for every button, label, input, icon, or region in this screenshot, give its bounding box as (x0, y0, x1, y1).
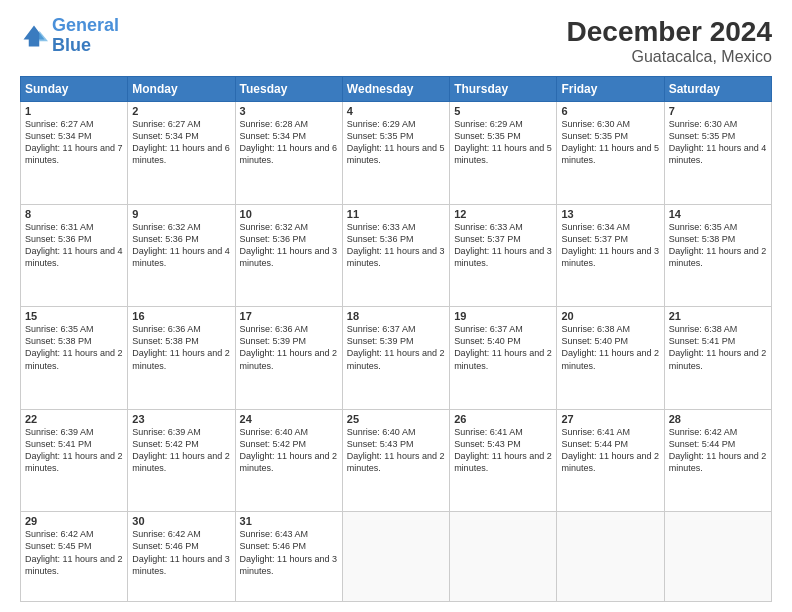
title-block: December 2024 Guatacalca, Mexico (567, 16, 772, 66)
day-number: 13 (561, 208, 659, 220)
header-tuesday: Tuesday (235, 77, 342, 102)
calendar-cell: 2 Sunrise: 6:27 AM Sunset: 5:34 PM Dayli… (128, 102, 235, 205)
calendar-header-row: Sunday Monday Tuesday Wednesday Thursday… (21, 77, 772, 102)
day-number: 22 (25, 413, 123, 425)
day-info: Sunrise: 6:27 AM Sunset: 5:34 PM Dayligh… (132, 118, 230, 167)
calendar-cell: 22 Sunrise: 6:39 AM Sunset: 5:41 PM Dayl… (21, 409, 128, 512)
day-number: 9 (132, 208, 230, 220)
calendar-cell: 16 Sunrise: 6:36 AM Sunset: 5:38 PM Dayl… (128, 307, 235, 410)
day-info: Sunrise: 6:36 AM Sunset: 5:38 PM Dayligh… (132, 323, 230, 372)
day-number: 21 (669, 310, 767, 322)
calendar-cell: 11 Sunrise: 6:33 AM Sunset: 5:36 PM Dayl… (342, 204, 449, 307)
day-number: 4 (347, 105, 445, 117)
calendar-cell: 14 Sunrise: 6:35 AM Sunset: 5:38 PM Dayl… (664, 204, 771, 307)
day-number: 8 (25, 208, 123, 220)
day-info: Sunrise: 6:39 AM Sunset: 5:42 PM Dayligh… (132, 426, 230, 475)
calendar-row: 22 Sunrise: 6:39 AM Sunset: 5:41 PM Dayl… (21, 409, 772, 512)
calendar-cell: 24 Sunrise: 6:40 AM Sunset: 5:42 PM Dayl… (235, 409, 342, 512)
calendar-cell: 1 Sunrise: 6:27 AM Sunset: 5:34 PM Dayli… (21, 102, 128, 205)
calendar-cell: 9 Sunrise: 6:32 AM Sunset: 5:36 PM Dayli… (128, 204, 235, 307)
day-info: Sunrise: 6:32 AM Sunset: 5:36 PM Dayligh… (240, 221, 338, 270)
day-number: 25 (347, 413, 445, 425)
calendar-row: 29 Sunrise: 6:42 AM Sunset: 5:45 PM Dayl… (21, 512, 772, 602)
calendar-cell: 3 Sunrise: 6:28 AM Sunset: 5:34 PM Dayli… (235, 102, 342, 205)
logo-text: General Blue (52, 16, 119, 56)
day-number: 26 (454, 413, 552, 425)
calendar-row: 15 Sunrise: 6:35 AM Sunset: 5:38 PM Dayl… (21, 307, 772, 410)
day-number: 29 (25, 515, 123, 527)
day-info: Sunrise: 6:31 AM Sunset: 5:36 PM Dayligh… (25, 221, 123, 270)
calendar-cell: 21 Sunrise: 6:38 AM Sunset: 5:41 PM Dayl… (664, 307, 771, 410)
calendar-cell: 5 Sunrise: 6:29 AM Sunset: 5:35 PM Dayli… (450, 102, 557, 205)
calendar-cell: 20 Sunrise: 6:38 AM Sunset: 5:40 PM Dayl… (557, 307, 664, 410)
day-info: Sunrise: 6:40 AM Sunset: 5:42 PM Dayligh… (240, 426, 338, 475)
calendar-cell (557, 512, 664, 602)
logo-icon (20, 22, 48, 50)
day-info: Sunrise: 6:29 AM Sunset: 5:35 PM Dayligh… (347, 118, 445, 167)
day-number: 27 (561, 413, 659, 425)
day-info: Sunrise: 6:42 AM Sunset: 5:46 PM Dayligh… (132, 528, 230, 577)
day-info: Sunrise: 6:35 AM Sunset: 5:38 PM Dayligh… (669, 221, 767, 270)
calendar-cell (450, 512, 557, 602)
day-number: 1 (25, 105, 123, 117)
day-info: Sunrise: 6:40 AM Sunset: 5:43 PM Dayligh… (347, 426, 445, 475)
page-subtitle: Guatacalca, Mexico (567, 48, 772, 66)
header-wednesday: Wednesday (342, 77, 449, 102)
day-info: Sunrise: 6:42 AM Sunset: 5:45 PM Dayligh… (25, 528, 123, 577)
day-info: Sunrise: 6:41 AM Sunset: 5:43 PM Dayligh… (454, 426, 552, 475)
day-info: Sunrise: 6:32 AM Sunset: 5:36 PM Dayligh… (132, 221, 230, 270)
header-friday: Friday (557, 77, 664, 102)
calendar-cell: 4 Sunrise: 6:29 AM Sunset: 5:35 PM Dayli… (342, 102, 449, 205)
calendar-cell: 18 Sunrise: 6:37 AM Sunset: 5:39 PM Dayl… (342, 307, 449, 410)
calendar-cell: 30 Sunrise: 6:42 AM Sunset: 5:46 PM Dayl… (128, 512, 235, 602)
day-number: 5 (454, 105, 552, 117)
calendar-cell: 7 Sunrise: 6:30 AM Sunset: 5:35 PM Dayli… (664, 102, 771, 205)
calendar-cell: 31 Sunrise: 6:43 AM Sunset: 5:46 PM Dayl… (235, 512, 342, 602)
calendar-cell: 6 Sunrise: 6:30 AM Sunset: 5:35 PM Dayli… (557, 102, 664, 205)
calendar-row: 1 Sunrise: 6:27 AM Sunset: 5:34 PM Dayli… (21, 102, 772, 205)
calendar-cell: 15 Sunrise: 6:35 AM Sunset: 5:38 PM Dayl… (21, 307, 128, 410)
day-number: 17 (240, 310, 338, 322)
calendar-cell: 12 Sunrise: 6:33 AM Sunset: 5:37 PM Dayl… (450, 204, 557, 307)
day-info: Sunrise: 6:38 AM Sunset: 5:40 PM Dayligh… (561, 323, 659, 372)
header-saturday: Saturday (664, 77, 771, 102)
calendar-cell: 19 Sunrise: 6:37 AM Sunset: 5:40 PM Dayl… (450, 307, 557, 410)
header: General Blue December 2024 Guatacalca, M… (20, 16, 772, 66)
calendar-cell: 29 Sunrise: 6:42 AM Sunset: 5:45 PM Dayl… (21, 512, 128, 602)
header-thursday: Thursday (450, 77, 557, 102)
day-info: Sunrise: 6:37 AM Sunset: 5:40 PM Dayligh… (454, 323, 552, 372)
calendar-cell: 13 Sunrise: 6:34 AM Sunset: 5:37 PM Dayl… (557, 204, 664, 307)
day-info: Sunrise: 6:30 AM Sunset: 5:35 PM Dayligh… (561, 118, 659, 167)
day-number: 18 (347, 310, 445, 322)
day-number: 12 (454, 208, 552, 220)
day-info: Sunrise: 6:41 AM Sunset: 5:44 PM Dayligh… (561, 426, 659, 475)
calendar-cell: 28 Sunrise: 6:42 AM Sunset: 5:44 PM Dayl… (664, 409, 771, 512)
day-number: 2 (132, 105, 230, 117)
day-number: 20 (561, 310, 659, 322)
day-number: 10 (240, 208, 338, 220)
day-info: Sunrise: 6:28 AM Sunset: 5:34 PM Dayligh… (240, 118, 338, 167)
day-number: 7 (669, 105, 767, 117)
day-number: 3 (240, 105, 338, 117)
day-info: Sunrise: 6:36 AM Sunset: 5:39 PM Dayligh… (240, 323, 338, 372)
day-info: Sunrise: 6:33 AM Sunset: 5:37 PM Dayligh… (454, 221, 552, 270)
calendar-cell: 27 Sunrise: 6:41 AM Sunset: 5:44 PM Dayl… (557, 409, 664, 512)
day-number: 6 (561, 105, 659, 117)
day-info: Sunrise: 6:27 AM Sunset: 5:34 PM Dayligh… (25, 118, 123, 167)
header-monday: Monday (128, 77, 235, 102)
calendar-cell: 26 Sunrise: 6:41 AM Sunset: 5:43 PM Dayl… (450, 409, 557, 512)
calendar-cell (664, 512, 771, 602)
day-number: 23 (132, 413, 230, 425)
day-number: 24 (240, 413, 338, 425)
calendar-row: 8 Sunrise: 6:31 AM Sunset: 5:36 PM Dayli… (21, 204, 772, 307)
header-sunday: Sunday (21, 77, 128, 102)
calendar-cell: 17 Sunrise: 6:36 AM Sunset: 5:39 PM Dayl… (235, 307, 342, 410)
day-info: Sunrise: 6:34 AM Sunset: 5:37 PM Dayligh… (561, 221, 659, 270)
calendar-cell: 10 Sunrise: 6:32 AM Sunset: 5:36 PM Dayl… (235, 204, 342, 307)
day-info: Sunrise: 6:37 AM Sunset: 5:39 PM Dayligh… (347, 323, 445, 372)
page-title: December 2024 (567, 16, 772, 48)
calendar-cell (342, 512, 449, 602)
svg-marker-1 (39, 31, 48, 42)
logo: General Blue (20, 16, 119, 56)
day-info: Sunrise: 6:39 AM Sunset: 5:41 PM Dayligh… (25, 426, 123, 475)
